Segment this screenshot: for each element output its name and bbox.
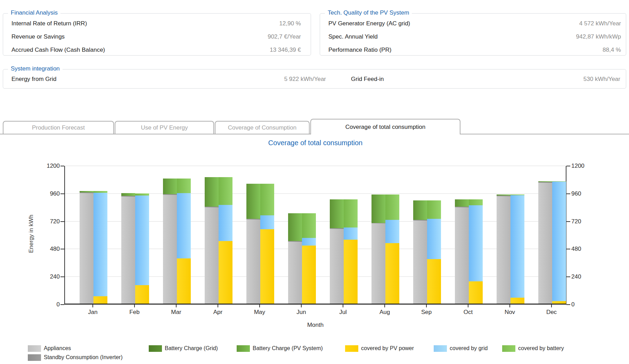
x-tick-label-feb: Feb <box>121 309 148 316</box>
row-label: Internal Rate of Return (IRR) <box>11 20 87 27</box>
bar-stack-coverage-jul <box>344 199 358 304</box>
row-spec-annual-yield: Spec. Annual Yield 942,87 kWh/kWp <box>320 30 626 43</box>
y-tick-label-left-960: 960 <box>35 190 60 197</box>
bar-segment-appliances-aug <box>371 223 385 304</box>
row-label: PV Generator Energy (AC grid) <box>328 20 410 27</box>
bar-stack-consumption-jan <box>80 191 93 304</box>
bar-segment-battery-charge-pv-system--apr <box>205 177 219 207</box>
y-tick-label-right-240: 240 <box>571 273 596 280</box>
y-tick-label-left-0: 0 <box>35 301 60 308</box>
bar-stack-coverage-aug <box>385 195 399 304</box>
legend-label: Appliances <box>44 345 71 351</box>
y-tick-right <box>566 221 570 222</box>
bar-segment-appliances-jan <box>80 193 93 304</box>
bar-segment-covered-by-pv-power-nov <box>510 298 524 304</box>
tab-use-of-pv-energy[interactable]: Use of PV Energy <box>115 121 214 134</box>
tab-label: Use of PV Energy <box>141 124 188 131</box>
row-label: Revenue or Savings <box>11 33 65 40</box>
y-tick-right <box>566 166 570 166</box>
bar-segment-covered-by-grid-aug <box>385 220 399 243</box>
x-tick-nov <box>509 305 510 307</box>
bar-segment-covered-by-grid-may <box>260 215 274 229</box>
bar-segment-covered-by-grid-jul <box>344 228 358 240</box>
row-grid-energy: Energy from Grid 5 922 kWh/Year Grid Fee… <box>3 73 626 86</box>
bar-segment-covered-by-battery-sep <box>427 200 441 219</box>
x-tick-label-apr: Apr <box>204 309 232 316</box>
x-tick-feb <box>134 305 135 307</box>
bar-segment-covered-by-pv-power-sep <box>427 259 441 304</box>
row-value: 5 922 kWh/Year <box>248 76 326 83</box>
bar-segment-covered-by-grid-jan <box>93 193 107 297</box>
bar-segment-covered-by-grid-mar <box>177 193 191 258</box>
bar-segment-appliances-may <box>246 220 260 304</box>
bar-segment-covered-by-pv-power-apr <box>219 241 232 304</box>
y-tick-label-left-720: 720 <box>35 218 60 225</box>
bar-segment-battery-charge-pv-system--jun <box>288 213 302 241</box>
bar-segment-covered-by-pv-power-oct <box>469 281 483 304</box>
legend-swatch <box>28 345 41 352</box>
row-performance-ratio: Performance Ratio (PR) 88,4 % <box>320 43 626 57</box>
legend-label: covered by grid <box>450 345 488 351</box>
row-irr: Internal Rate of Return (IRR) 12,90 % <box>3 17 311 30</box>
x-tick-label-jul: Jul <box>329 309 357 316</box>
x-tick-label-may: May <box>246 309 273 316</box>
legend-swatch <box>149 345 162 352</box>
bar-segment-covered-by-pv-power-feb <box>135 285 149 304</box>
row-label: Grid Feed-in <box>351 76 384 83</box>
x-tick-label-aug: Aug <box>371 309 399 316</box>
x-tick-label-oct: Oct <box>454 309 482 316</box>
bar-segment-covered-by-grid-nov <box>510 195 524 298</box>
legend-swatch <box>28 354 41 361</box>
row-label: Accrued Cash Flow (Cash Balance) <box>11 47 105 53</box>
y-tick-left <box>60 166 64 166</box>
bar-group-nov <box>497 195 524 304</box>
bar-group-apr <box>205 177 232 304</box>
bar-group-feb <box>121 193 149 304</box>
x-tick-label-dec: Dec <box>538 309 565 316</box>
bar-segment-covered-by-battery-jun <box>302 213 316 238</box>
bar-segment-appliances-oct <box>455 207 469 304</box>
bar-segment-covered-by-battery-oct <box>469 199 483 206</box>
x-tick-aug <box>384 305 385 307</box>
bar-group-jul <box>330 199 358 304</box>
bar-segment-battery-charge-pv-system--feb <box>121 193 135 196</box>
row-label: Energy from Grid <box>11 76 248 83</box>
y-tick-left <box>60 304 64 305</box>
tab-coverage-of-consumption[interactable]: Coverage of Consumption <box>215 121 310 134</box>
legend-label: covered by battery <box>518 345 564 351</box>
bar-stack-consumption-aug <box>371 195 385 304</box>
tab-label: Coverage of Consumption <box>228 124 297 131</box>
bar-segment-covered-by-pv-power-jan <box>93 296 107 304</box>
bar-group-aug <box>371 195 399 304</box>
y-tick-left <box>60 221 64 222</box>
chart-legend: AppliancesStandby Consumption (Inverter)… <box>0 344 629 363</box>
bar-stack-consumption-may <box>246 184 260 304</box>
bar-segment-covered-by-grid-jun <box>302 238 316 246</box>
row-value: 530 kWh/Year <box>583 76 620 83</box>
y-tick-label-right-1200: 1200 <box>571 163 596 169</box>
legend-swatch <box>237 345 250 352</box>
bar-segment-covered-by-grid-dec <box>552 182 566 301</box>
x-tick-label-nov: Nov <box>496 309 524 316</box>
bar-segment-appliances-jul <box>330 229 344 304</box>
y-tick-right <box>566 304 570 305</box>
panel-title: Tech. Quality of the PV System <box>325 9 412 16</box>
bar-stack-coverage-oct <box>469 199 483 304</box>
bar-stack-consumption-sep <box>413 200 427 304</box>
bar-segment-appliances-jun <box>288 242 302 304</box>
x-tick-sep <box>426 305 427 307</box>
x-tick-label-jan: Jan <box>79 309 107 316</box>
y-tick-left <box>60 249 64 249</box>
bar-segment-battery-charge-pv-system--sep <box>413 200 427 220</box>
bar-segment-covered-by-battery-apr <box>219 177 232 205</box>
pv-analysis-screen: { "panels": { "financial": { "title": "F… <box>0 0 629 364</box>
tab-coverage-of-total-consumption[interactable]: Coverage of total consumption <box>310 119 460 134</box>
bar-stack-consumption-feb <box>121 193 135 304</box>
row-cash-flow: Accrued Cash Flow (Cash Balance) 13 346,… <box>3 43 311 57</box>
bar-stack-coverage-apr <box>219 177 232 304</box>
bar-segment-covered-by-grid-oct <box>469 205 483 281</box>
bar-group-oct <box>455 199 483 304</box>
panel-title: System integration <box>8 65 63 72</box>
bar-stack-consumption-jun <box>288 213 302 304</box>
tab-production-forecast[interactable]: Production Forecast <box>3 121 114 134</box>
